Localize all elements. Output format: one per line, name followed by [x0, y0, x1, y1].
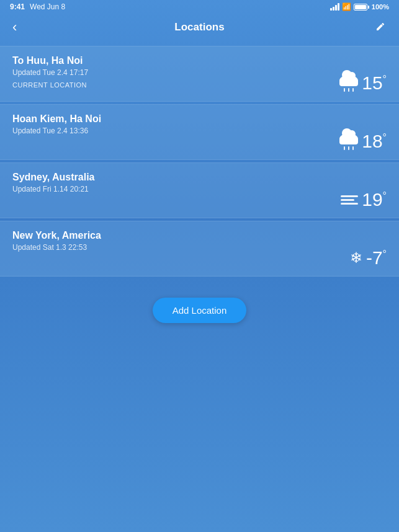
status-time: 9:41	[10, 2, 25, 11]
location-card-2[interactable]: Sydney, Australia Updated Fri 1.14 20:21…	[0, 162, 399, 218]
location-name-0: To Huu, Ha Noi	[12, 55, 387, 66]
current-location-label: CURRENT LOCATION	[12, 81, 387, 89]
weather-display-0: 15°	[339, 74, 387, 92]
status-bar: 9:41 Wed Jun 8 📶 100%	[0, 0, 399, 14]
location-updated-3: Updated Sat 1.3 22:53	[12, 243, 387, 252]
temp-3: -7°	[366, 249, 387, 267]
edit-button[interactable]	[370, 18, 392, 37]
weather-display-2: 19°	[341, 190, 387, 209]
haze-icon	[341, 195, 358, 205]
location-updated-0: Updated Tue 2.4 17:17	[12, 68, 387, 77]
status-day: Wed Jun 8	[30, 2, 65, 11]
snow-icon: ❄	[350, 249, 362, 267]
location-name-1: Hoan Kiem, Ha Noi	[12, 113, 387, 125]
header: ‹ Locations	[0, 14, 399, 41]
weather-display-3: ❄ -7°	[350, 249, 387, 267]
weather-display-1: 18°	[339, 132, 387, 151]
wifi-icon: 📶	[342, 2, 351, 11]
location-card-3[interactable]: New York, America Updated Sat 1.3 22:53 …	[0, 221, 399, 277]
location-name-2: Sydney, Australia	[12, 172, 387, 183]
edit-icon	[375, 20, 387, 32]
add-location-button[interactable]: Add Location	[153, 298, 247, 323]
location-name-3: New York, America	[12, 230, 387, 241]
temp-2: 19°	[362, 190, 387, 209]
locations-list: To Huu, Ha Noi Updated Tue 2.4 17:17 CUR…	[0, 41, 399, 283]
location-card-0[interactable]: To Huu, Ha Noi Updated Tue 2.4 17:17 CUR…	[0, 46, 399, 102]
cloud-rain-icon-0	[339, 75, 358, 92]
battery-label: 100%	[372, 3, 389, 11]
location-updated-2: Updated Fri 1.14 20:21	[12, 185, 387, 193]
location-updated-1: Updated Tue 2.4 13:36	[12, 126, 387, 135]
temp-1: 18°	[362, 132, 387, 151]
battery-icon	[354, 4, 369, 11]
page-title: Locations	[174, 21, 224, 33]
location-card-1[interactable]: Hoan Kiem, Ha Noi Updated Tue 2.4 13:36 …	[0, 104, 399, 160]
temp-0: 15°	[362, 74, 387, 92]
back-button[interactable]: ‹	[7, 17, 22, 38]
signal-icon	[330, 3, 339, 11]
cloud-rain-icon-1	[339, 133, 358, 150]
